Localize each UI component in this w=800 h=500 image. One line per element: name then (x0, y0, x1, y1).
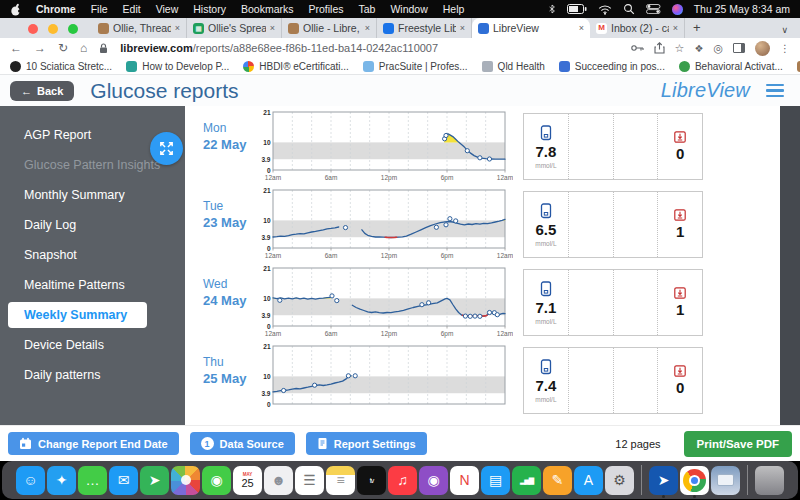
empty-cell (569, 348, 614, 413)
avg-glucose-value: 7.1 (535, 299, 556, 316)
facetime-app-icon[interactable]: ◉ (202, 466, 231, 495)
menu-item-history[interactable]: History (193, 3, 226, 15)
change-report-end-date-button[interactable]: Change Report End Date (8, 432, 179, 455)
browser-tab[interactable]: ▦Ollie's Spreadsheet - G× (187, 18, 282, 38)
sidebar-item-daily-patterns[interactable]: Daily patterns (0, 360, 185, 390)
extension-circle-icon[interactable]: ◎ (713, 42, 723, 55)
browser-tab[interactable]: MInbox (2) - cath.d.mclar× (590, 18, 685, 38)
data-source-button[interactable]: 1Data Source (190, 432, 295, 455)
bookmark-star-icon[interactable]: ☆ (675, 42, 685, 55)
tab-close-icon[interactable]: × (365, 23, 370, 33)
kebab-menu-icon[interactable]: ⋮ (780, 43, 790, 54)
print-save-pdf-button[interactable]: Print/Save PDF (684, 431, 792, 457)
sidebar-item-mealtime-patterns[interactable]: Mealtime Patterns (0, 270, 185, 300)
browser-tab[interactable]: Freestyle Libre for Cats× (377, 18, 472, 38)
back-nav-icon[interactable]: ← (10, 41, 22, 55)
screenshot-preview-icon[interactable] (711, 466, 740, 495)
finder-app-icon[interactable]: ☺ (16, 466, 45, 495)
podcasts-app-icon[interactable]: ◉ (419, 466, 448, 495)
tab-close-icon[interactable]: × (270, 23, 275, 33)
control-center-icon[interactable] (646, 4, 661, 14)
sidebar-item-device-details[interactable]: Device Details (0, 330, 185, 360)
keynote-app-icon[interactable]: ▤ (481, 466, 510, 495)
menu-item-profiles[interactable]: Profiles (308, 3, 343, 15)
battery-icon[interactable] (567, 4, 587, 14)
extensions-puzzle-icon[interactable]: ❖ (694, 43, 703, 54)
tv-app-icon[interactable]: tv (357, 466, 386, 495)
tab-search-chevron-icon[interactable]: ∨ (781, 25, 800, 38)
reload-icon[interactable]: ↻ (58, 41, 68, 55)
home-icon[interactable]: ⌂ (80, 41, 87, 55)
svg-text:21: 21 (263, 109, 271, 116)
appstore-app-icon[interactable]: A (574, 466, 603, 495)
tab-close-icon[interactable]: × (175, 23, 180, 33)
numbers-app-icon[interactable]: ▂▅▇ (512, 466, 541, 495)
menu-item-chrome[interactable]: Chrome (36, 3, 76, 15)
close-window-button[interactable] (28, 24, 38, 34)
apple-menu-icon[interactable] (10, 3, 21, 16)
bookmark-item[interactable]: Qld Health (482, 61, 545, 72)
news-app-icon[interactable]: N (450, 466, 479, 495)
dot-green-favicon-icon (679, 61, 690, 72)
bookmark-item[interactable]: Behavioral Activat... (679, 61, 783, 72)
chrome-app-icon[interactable] (680, 466, 709, 495)
expand-report-button[interactable] (150, 132, 183, 165)
glucose-day-row: Mon22 May21103.9012am6am12pm6pm12am7.8mm… (185, 108, 780, 186)
notes-app-icon[interactable]: ≡ (326, 466, 355, 495)
photos-app-icon[interactable] (171, 466, 200, 495)
bookmark-item[interactable]: How to Develop P... (126, 61, 229, 72)
menu-item-bookmarks[interactable]: Bookmarks (241, 3, 294, 15)
forward-nav-icon[interactable]: → (34, 41, 46, 55)
side-panel-icon[interactable] (733, 43, 745, 53)
menu-item-edit[interactable]: Edit (123, 3, 141, 15)
profile-avatar[interactable] (755, 41, 770, 56)
new-tab-button[interactable]: + (685, 20, 709, 38)
menu-item-view[interactable]: View (156, 3, 179, 15)
menu-item-file[interactable]: File (91, 3, 108, 15)
messages-app-icon[interactable]: … (78, 466, 107, 495)
omnibox-url[interactable]: libreview.com/reports/a88e68ee-f86b-11ed… (120, 42, 438, 54)
siri-icon[interactable] (672, 4, 683, 15)
contacts-app-icon[interactable]: ☻ (264, 466, 293, 495)
hamburger-menu-icon[interactable] (766, 84, 784, 97)
bookmark-item[interactable]: Succeeding in pos... (559, 61, 665, 72)
menubar-clock[interactable]: Thu 25 May 8:34 am (694, 3, 790, 15)
menu-item-window[interactable]: Window (390, 3, 427, 15)
share-icon[interactable] (654, 42, 665, 54)
tab-close-icon[interactable]: × (673, 23, 678, 33)
wifi-icon[interactable] (598, 4, 612, 15)
spotlight-search-icon[interactable] (623, 3, 635, 15)
sidebar-item-weekly-summary[interactable]: Weekly Summary (8, 302, 147, 328)
tab-close-icon[interactable]: × (579, 23, 584, 33)
music-app-icon[interactable]: ♫ (388, 466, 417, 495)
zoom-window-button[interactable] (68, 24, 78, 34)
sidebar-item-monthly-summary[interactable]: Monthly Summary (0, 180, 185, 210)
sidebar-item-snapshot[interactable]: Snapshot (0, 240, 185, 270)
sidebar-item-daily-log[interactable]: Daily Log (0, 210, 185, 240)
system-settings-app-icon[interactable]: ⚙ (605, 466, 634, 495)
menu-item-help[interactable]: Help (443, 3, 465, 15)
sheets-favicon-icon: ▦ (193, 23, 204, 34)
trash-icon[interactable] (755, 466, 784, 495)
bookmark-item[interactable]: PracSuite | Profes... (363, 61, 468, 72)
bookmark-item[interactable]: HBDI® eCertificati... (243, 61, 349, 72)
maps-app-icon[interactable]: ➤ (140, 466, 169, 495)
minimize-window-button[interactable] (48, 24, 58, 34)
browser-tab[interactable]: Ollie, Thread 2: Post-hyp× (92, 18, 187, 38)
password-key-icon[interactable] (631, 44, 644, 52)
data-source-count-badge: 1 (201, 437, 214, 450)
browser-tab[interactable]: Ollie - Libre, WBC and D× (282, 18, 377, 38)
back-button[interactable]: ←Back (10, 81, 74, 101)
bookmark-item[interactable]: 10 Sciatica Stretc... (10, 61, 112, 72)
blue-arrow-app-app-icon[interactable]: ➤ (649, 466, 678, 495)
tab-close-icon[interactable]: × (460, 23, 465, 33)
browser-tab[interactable]: LibreView× (472, 18, 590, 38)
reminders-app-icon[interactable]: ☰ (295, 466, 324, 495)
mail-app-icon[interactable]: ✉ (109, 466, 138, 495)
menu-item-tab[interactable]: Tab (358, 3, 375, 15)
safari-app-icon[interactable]: ✦ (47, 466, 76, 495)
calendar-app-icon[interactable]: MAY25 (233, 466, 262, 495)
bluetooth-icon[interactable] (548, 3, 556, 15)
pages-app-icon[interactable]: ✎ (543, 466, 572, 495)
report-settings-button[interactable]: Report Settings (306, 432, 427, 455)
